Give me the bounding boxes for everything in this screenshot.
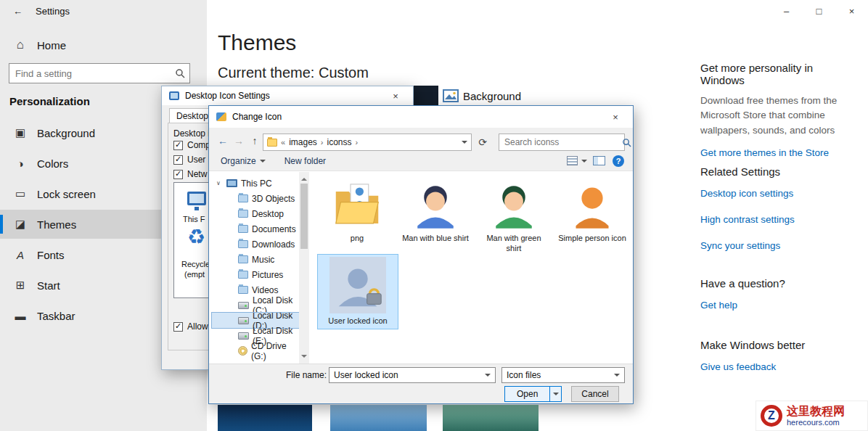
fonts-icon <box>13 249 28 261</box>
get-help-link[interactable]: Get help <box>700 300 854 311</box>
sidebar-item-label: Fonts <box>37 249 65 261</box>
forward-nav-icon[interactable]: → <box>231 135 247 147</box>
personality-section: Get more personality in Windows Download… <box>700 62 854 158</box>
have-a-question-title: Have a question? <box>700 277 854 290</box>
breadcrumb-images[interactable]: images <box>289 137 317 147</box>
breadcrumb-iconss[interactable]: iconss <box>327 137 351 147</box>
up-nav-icon[interactable]: ↑ <box>247 135 263 147</box>
back-icon[interactable]: ← <box>13 6 22 17</box>
tree-item-this-pc[interactable]: ∨ This PC <box>212 176 299 191</box>
minimize-button[interactable]: – <box>770 0 803 22</box>
make-windows-better-section: Make Windows better Give us feedback <box>700 339 854 372</box>
folder-icon <box>238 225 248 233</box>
recycle-bin-icon[interactable] <box>187 225 205 249</box>
personality-title: Get more personality in Windows <box>700 62 854 86</box>
personalization-header: Personalization <box>9 95 90 107</box>
new-folder-button[interactable]: New folder <box>284 156 326 166</box>
file-name-combobox[interactable] <box>329 367 496 383</box>
search-icon[interactable] <box>175 68 185 78</box>
file-item-man-green-shirt[interactable]: Man with green shirt <box>476 178 552 254</box>
file-type-dropdown[interactable]: Icon files <box>501 367 625 383</box>
network-checkbox[interactable]: Netw <box>173 169 207 179</box>
user-locked-icon <box>329 257 386 313</box>
search-input[interactable] <box>499 137 622 147</box>
scroll-up-icon[interactable] <box>301 175 307 181</box>
file-item-simple-person[interactable]: Simple person icon <box>554 178 630 243</box>
file-item-png-folder[interactable]: png <box>319 178 395 243</box>
file-item-user-locked[interactable]: User locked icon <box>318 255 398 329</box>
tree-item-pictures[interactable]: Pictures <box>212 267 299 282</box>
page-title: Themes <box>218 30 296 55</box>
open-button[interactable]: Open <box>504 386 562 402</box>
file-item-man-blue-shirt[interactable]: Man with blue shirt <box>398 178 473 243</box>
recycle-bin-label-line2: (empt <box>184 270 205 279</box>
scroll-down-icon[interactable] <box>301 355 307 361</box>
open-dropdown[interactable] <box>549 387 561 401</box>
breadcrumb-separator: › <box>321 138 324 147</box>
maximize-button[interactable]: □ <box>803 0 835 22</box>
file-name-input[interactable] <box>334 370 485 380</box>
sidebar-item-home[interactable]: Home <box>0 30 207 59</box>
address-dropdown-icon[interactable] <box>462 141 467 147</box>
tree-scrollbar[interactable] <box>299 172 309 364</box>
checkbox-icon <box>173 141 183 150</box>
personality-text: Download free themes from the Microsoft … <box>700 94 854 138</box>
dialog-titlebar: Desktop Icon Settings × <box>162 86 413 105</box>
wallpaper-thumbnail[interactable] <box>330 405 427 431</box>
tree-item-label: Documents <box>252 224 296 234</box>
help-button[interactable]: ? <box>613 155 624 167</box>
file-item-label: png <box>319 233 395 243</box>
high-contrast-settings-link[interactable]: High contrast settings <box>700 214 854 225</box>
close-icon[interactable]: × <box>385 91 406 102</box>
make-windows-better-title: Make Windows better <box>700 339 854 351</box>
breadcrumb-overflow-icon[interactable]: « <box>281 138 285 147</box>
checkbox-icon <box>173 322 183 332</box>
open-button-label[interactable]: Open <box>505 387 549 401</box>
watermark-domain: herecours.com <box>787 418 845 427</box>
search-box <box>499 134 625 151</box>
background-section-label[interactable]: Background <box>463 90 521 102</box>
user-files-checkbox[interactable]: User <box>173 155 205 165</box>
sidebar-item-label: Background <box>37 127 95 139</box>
tree-item-3d-objects[interactable]: 3D Objects <box>212 191 299 206</box>
cancel-button[interactable]: Cancel <box>571 386 619 402</box>
scrollbar-thumb[interactable] <box>300 184 308 249</box>
change-view-button[interactable] <box>567 156 587 165</box>
this-pc-icon[interactable] <box>187 192 206 205</box>
app-title: Settings <box>36 6 70 17</box>
png-folder-icon <box>331 178 383 231</box>
desktop-icon-settings-link[interactable]: Desktop icon settings <box>700 188 854 199</box>
back-nav-icon[interactable]: ← <box>215 135 231 147</box>
expander-icon[interactable]: ∨ <box>216 180 221 186</box>
tree-item-label: This PC <box>241 178 272 189</box>
tree-item-documents[interactable]: Documents <box>212 221 299 237</box>
tree-item-downloads[interactable]: Downloads <box>212 237 299 252</box>
tree-item-label: 3D Objects <box>252 194 295 204</box>
folder-icon <box>238 255 248 263</box>
get-more-themes-link[interactable]: Get more themes in the Store <box>700 147 854 158</box>
search-input[interactable] <box>9 68 175 79</box>
wallpaper-thumbnail[interactable] <box>443 405 539 431</box>
folder-icon <box>238 286 248 294</box>
tree-item-cd-drive-g[interactable]: CD Drive (G:) <box>212 343 299 358</box>
chevron-down-icon <box>260 160 266 165</box>
organize-button[interactable]: Organize <box>221 156 266 166</box>
computer-checkbox[interactable]: Comp <box>173 140 210 150</box>
close-icon[interactable]: × <box>605 112 626 123</box>
folder-icon <box>238 271 248 279</box>
chevron-down-icon[interactable] <box>485 374 491 379</box>
tree-item-music[interactable]: Music <box>212 252 299 267</box>
close-button[interactable]: × <box>835 0 868 22</box>
refresh-icon[interactable]: ⟳ <box>473 134 492 151</box>
folder-icon <box>238 210 248 218</box>
address-bar[interactable]: « images › iconss › <box>263 134 472 151</box>
wallpaper-thumbnail[interactable] <box>218 405 312 431</box>
give-us-feedback-link[interactable]: Give us feedback <box>700 361 854 372</box>
window-controls: – □ × <box>770 0 868 22</box>
sync-your-settings-link[interactable]: Sync your settings <box>700 240 854 251</box>
allow-themes-checkbox[interactable]: Allow t <box>173 321 213 332</box>
tree-item-desktop[interactable]: Desktop <box>212 206 299 221</box>
preview-pane-button[interactable] <box>593 156 605 165</box>
search-icon[interactable] <box>622 138 631 147</box>
change-icon-app-icon <box>216 112 226 121</box>
